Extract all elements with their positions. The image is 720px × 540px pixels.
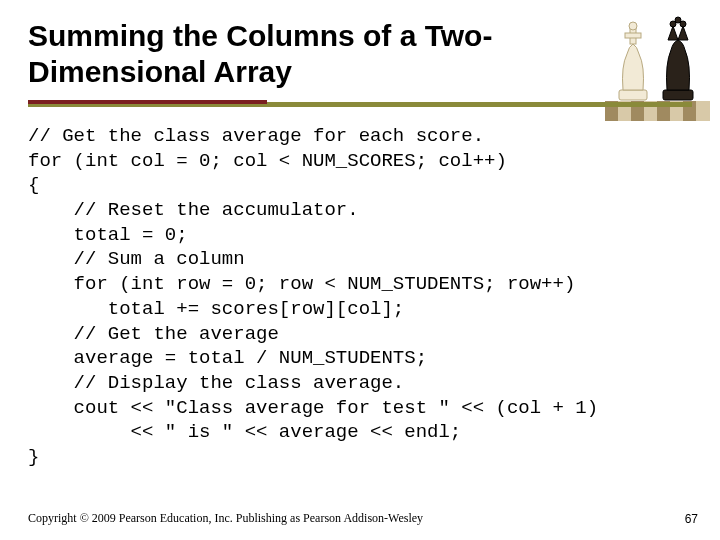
svg-point-8 <box>629 22 637 30</box>
title-rule <box>28 96 692 110</box>
slide: Summing the Columns of a Two-Dimensional… <box>0 0 720 540</box>
rule-red <box>28 100 267 104</box>
svg-point-12 <box>675 17 681 23</box>
slide-title: Summing the Columns of a Two-Dimensional… <box>28 18 692 90</box>
page-number: 67 <box>685 512 698 526</box>
code-block: // Get the class average for each score.… <box>28 124 692 470</box>
svg-rect-7 <box>625 33 641 38</box>
copyright-footer: Copyright © 2009 Pearson Education, Inc.… <box>28 511 423 526</box>
